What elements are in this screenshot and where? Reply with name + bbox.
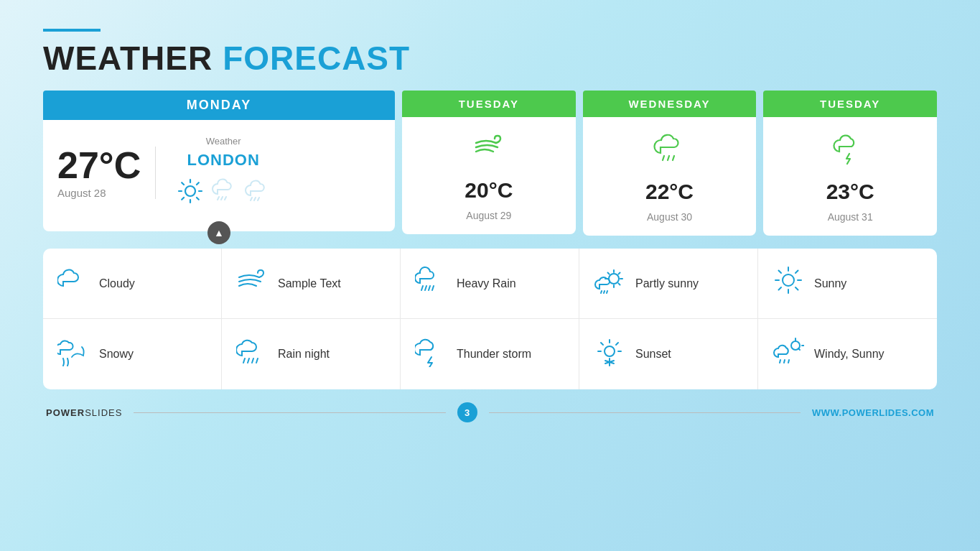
- svg-point-33: [783, 274, 794, 286]
- tuesday2-body: 23°C August 31: [763, 117, 937, 236]
- svg-line-29: [618, 273, 620, 274]
- svg-point-0: [185, 186, 195, 196]
- svg-line-50: [601, 343, 603, 345]
- svg-point-22: [609, 274, 619, 284]
- cloud-icon-faded: [243, 178, 269, 210]
- svg-line-30: [601, 291, 602, 293]
- svg-line-44: [252, 358, 253, 363]
- legend-windy: Sample Text: [222, 249, 401, 319]
- thunder-storm-icon: [415, 335, 447, 374]
- legend-heavy-rain-label: Heavy Rain: [457, 277, 516, 290]
- svg-line-6: [197, 198, 199, 200]
- footer-brand-bold: POWER: [46, 407, 85, 418]
- svg-line-17: [673, 156, 674, 160]
- monday-body: 27°C August 28 Weather LONDON: [43, 120, 395, 231]
- svg-line-58: [798, 348, 800, 350]
- tuesday2-date: August 31: [828, 211, 873, 223]
- footer-line-left: [134, 412, 445, 413]
- legend-sunset-label: Sunset: [635, 348, 671, 361]
- wednesday-column: WEDNESDAY 22°C August 30: [583, 91, 757, 236]
- legend-heavy-rain: Heavy Rain: [401, 249, 579, 319]
- svg-line-31: [604, 291, 605, 293]
- windy-sunny-icon: [773, 335, 804, 374]
- legend-box: Cloudy Sample Text: [43, 249, 937, 389]
- partly-sunny-icon: [594, 264, 625, 302]
- svg-line-20: [429, 286, 430, 290]
- title-area: WEATHER FORECAST: [43, 29, 937, 78]
- svg-line-13: [254, 198, 256, 200]
- svg-line-27: [608, 273, 610, 274]
- rain-cloud-icon-faded: [210, 178, 236, 210]
- title-weather: WEATHER: [43, 39, 213, 78]
- tuesday2-header: TUESDAY: [763, 91, 937, 117]
- snowy-icon: [57, 335, 89, 374]
- legend-sample-text-label: Sample Text: [278, 277, 341, 290]
- svg-line-61: [788, 360, 789, 363]
- svg-line-28: [618, 283, 620, 284]
- footer-url: WWW.POWERLIDES.COM: [812, 407, 934, 418]
- svg-line-41: [779, 287, 782, 290]
- wind-icon: [472, 130, 506, 171]
- legend-sunny-label: Sunny: [814, 277, 846, 290]
- monday-right: Weather LONDON: [170, 136, 269, 210]
- location-label: Weather: [206, 136, 241, 147]
- svg-line-43: [248, 358, 249, 363]
- legend-snowy: Snowy: [43, 319, 222, 389]
- svg-line-42: [243, 358, 245, 363]
- svg-line-16: [668, 156, 669, 160]
- tuesday-temperature: 20°C: [465, 178, 513, 203]
- legend-partly-sunny-label: Partly sunny: [635, 277, 699, 290]
- svg-line-60: [784, 360, 785, 363]
- legend-cloudy-label: Cloudy: [99, 277, 135, 290]
- legend-rain-night: Rain night: [222, 319, 401, 389]
- sunset-icon: [594, 335, 625, 374]
- rain-cloud-icon: [652, 130, 688, 172]
- monday-date: August 28: [57, 187, 106, 199]
- svg-line-38: [779, 271, 782, 274]
- svg-line-40: [795, 271, 798, 274]
- svg-line-39: [795, 287, 798, 290]
- monday-icons-row: [177, 178, 269, 210]
- legend-cloudy: Cloudy: [43, 249, 222, 319]
- tuesday2-temperature: 23°C: [826, 180, 874, 204]
- svg-line-32: [607, 291, 607, 293]
- svg-line-19: [425, 286, 426, 290]
- title-forecast: FORECAST: [223, 39, 410, 78]
- legend-grid: Cloudy Sample Text: [43, 249, 937, 389]
- svg-line-5: [182, 182, 184, 185]
- svg-line-51: [616, 343, 618, 345]
- wednesday-temperature: 22°C: [645, 180, 694, 204]
- tuesday-column: TUESDAY 20°C August 29: [402, 91, 576, 234]
- tuesday-body: 20°C August 29: [402, 117, 576, 234]
- footer-page-number: 3: [457, 402, 477, 422]
- monday-temp-area: 27°C August 28: [57, 147, 156, 199]
- monday-header: MONDAY: [43, 91, 395, 120]
- sunny-icon: [773, 264, 804, 302]
- monday-temperature: 27°C: [57, 147, 141, 184]
- legend-thunder-storm: Thunder storm: [401, 319, 579, 389]
- footer: POWERSLIDES 3 WWW.POWERLIDES.COM: [43, 402, 937, 422]
- sun-icon: [177, 178, 203, 210]
- svg-line-11: [225, 197, 226, 200]
- wednesday-date: August 30: [647, 211, 692, 223]
- footer-brand: POWERSLIDES: [46, 407, 122, 418]
- cloudy-icon: [57, 264, 89, 302]
- legend-partly-sunny: Partly sunny: [579, 249, 758, 319]
- rain-night-icon: [236, 335, 268, 374]
- svg-line-45: [256, 358, 258, 363]
- svg-line-9: [218, 197, 219, 200]
- footer-brand-normal: SLIDES: [85, 407, 122, 418]
- heavy-rain-icon: [415, 264, 447, 302]
- tuesday-header: TUESDAY: [402, 91, 576, 117]
- monday-column: MONDAY 27°C August 28 Weather LONDON: [43, 91, 395, 231]
- forecast-row: MONDAY 27°C August 28 Weather LONDON: [43, 91, 937, 236]
- svg-line-8: [182, 198, 184, 200]
- windy-icon: [236, 264, 268, 302]
- svg-line-21: [432, 286, 434, 290]
- legend-windy-sunny-label: Windy, Sunny: [814, 348, 885, 361]
- arrow-button[interactable]: ▲: [207, 221, 230, 244]
- wednesday-header: WEDNESDAY: [583, 91, 757, 117]
- svg-point-46: [605, 346, 615, 356]
- svg-line-14: [258, 198, 259, 200]
- legend-rain-night-label: Rain night: [278, 348, 330, 361]
